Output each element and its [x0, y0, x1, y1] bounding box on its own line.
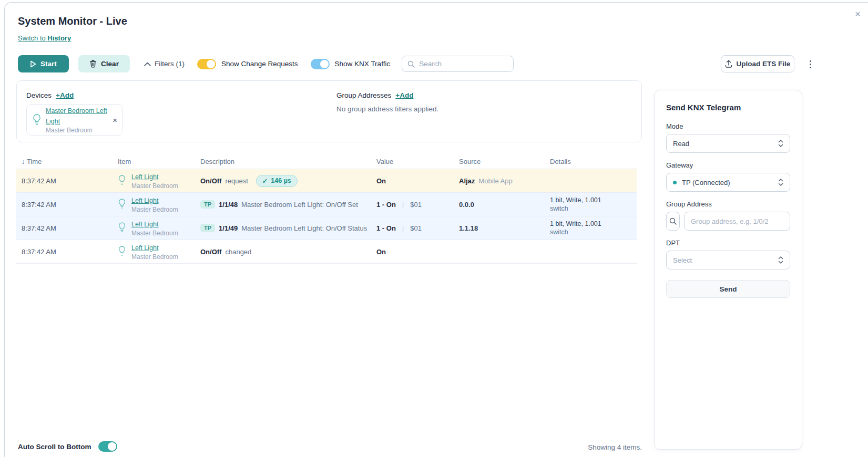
device-chip-name-link[interactable]: Master Bedroom Left Light	[46, 107, 107, 125]
event-value: 1 - On|$01	[371, 200, 454, 209]
auto-scroll-toggle[interactable]	[98, 441, 117, 452]
medium-badge: TP	[200, 200, 215, 209]
column-header-time[interactable]: ↓ Time	[16, 158, 113, 165]
group-address-label: Group Address	[666, 200, 790, 208]
table-row: 8:37:42 AM Left LightMaster Bedroom On/O…	[16, 240, 637, 264]
light-bulb-icon	[118, 245, 127, 258]
event-table: ↓ Time Item Description Value Source Det…	[16, 154, 637, 264]
group-addresses-label: Group Addresses	[336, 91, 391, 99]
event-time: 8:37:42 AM	[16, 248, 113, 256]
event-value: On	[376, 248, 386, 256]
group-address-search-button[interactable]	[666, 212, 680, 231]
item-room: Master Bedroom	[131, 182, 178, 190]
search-input[interactable]	[419, 60, 512, 68]
devices-add-link[interactable]: +Add	[56, 91, 74, 99]
event-item: Left LightMaster Bedroom	[113, 195, 195, 213]
send-knx-telegram-panel: Send KNX Telegram Mode Read Gateway TP (…	[654, 90, 802, 450]
toolbar: Start Clear Filters (1) Show Change Requ…	[18, 55, 514, 72]
devices-label: Devices	[26, 91, 52, 99]
item-room: Master Bedroom	[131, 206, 178, 213]
dpt-select[interactable]: Select	[666, 251, 790, 269]
item-name-link[interactable]: Left Light	[131, 197, 158, 204]
event-details: 1 bit, Write, 1.001switch	[545, 196, 637, 212]
event-time: 8:37:42 AM	[16, 201, 113, 209]
chevron-up-icon	[144, 62, 151, 66]
trash-icon	[89, 60, 97, 68]
column-header-item: Item	[113, 158, 195, 165]
toggle-knob	[320, 60, 329, 68]
system-monitor-modal: System Monitor - Live Switch to History …	[4, 2, 868, 457]
chevron-updown-icon	[778, 139, 783, 148]
group-addresses-add-link[interactable]: +Add	[395, 91, 413, 99]
item-room: Master Bedroom	[131, 230, 178, 237]
event-item: Left LightMaster Bedroom	[113, 219, 195, 237]
latency-badge: ✓146 µs	[256, 175, 298, 187]
mode-label: Mode	[666, 122, 790, 130]
group-address-input[interactable]	[684, 212, 790, 231]
table-row: 8:37:42 AM Left LightMaster Bedroom TP 1…	[16, 193, 637, 216]
event-source: 1.1.18	[459, 224, 478, 232]
event-time: 8:37:42 AM	[16, 224, 113, 232]
event-item: Left LightMaster Bedroom	[113, 243, 195, 261]
upload-icon	[725, 60, 732, 68]
chevron-updown-icon	[778, 256, 783, 264]
close-icon[interactable]: ×	[855, 9, 861, 19]
medium-badge: TP	[200, 224, 215, 232]
remove-device-filter-icon[interactable]: ×	[113, 116, 117, 124]
gateway-select[interactable]: TP (Connected)	[666, 173, 790, 192]
event-details: 1 bit, Write, 1.001switch	[545, 220, 637, 236]
item-name-link[interactable]: Left Light	[131, 173, 158, 181]
event-description: On/Off request ✓146 µs	[195, 175, 371, 187]
column-header-description: Description	[195, 158, 371, 165]
table-row: 8:37:42 AM Left LightMaster Bedroom TP 1…	[16, 216, 637, 240]
column-header-details: Details	[545, 158, 637, 165]
item-name-link[interactable]: Left Light	[131, 244, 158, 252]
page-title: System Monitor - Live	[18, 15, 127, 27]
light-bulb-icon	[118, 222, 127, 234]
table-header-row: ↓ Time Item Description Value Source Det…	[16, 154, 637, 169]
event-description: TP 1/1/48 Master Bedroom Left Light: On/…	[195, 200, 371, 209]
gateway-label: Gateway	[666, 161, 790, 169]
send-button[interactable]: Send	[666, 280, 790, 298]
event-description: On/Off changed	[195, 248, 371, 256]
search-icon	[669, 217, 677, 225]
sort-descending-icon: ↓	[22, 158, 25, 165]
group-addresses-empty-text: No group address filters applied.	[336, 105, 438, 113]
connected-status-dot	[673, 181, 677, 184]
mode-select[interactable]: Read	[666, 134, 790, 153]
chevron-updown-icon	[778, 178, 783, 186]
check-icon: ✓	[262, 177, 268, 185]
auto-scroll-label: Auto Scroll to Bottom	[18, 443, 91, 451]
switch-to-history-link[interactable]: Switch to History	[18, 34, 71, 42]
device-chip-room: Master Bedroom	[46, 127, 108, 134]
group-address: 1/1/49	[219, 224, 238, 232]
event-time: 8:37:42 AM	[16, 177, 113, 185]
toggle-knob	[207, 60, 215, 68]
item-name-link[interactable]: Left Light	[131, 221, 158, 228]
show-change-requests-toggle[interactable]	[197, 59, 216, 69]
more-options-icon[interactable]	[804, 57, 816, 71]
upload-ets-file-button[interactable]: Upload ETS File	[721, 55, 794, 72]
filters-toggle[interactable]: Filters (1)	[144, 60, 185, 68]
group-address: 1/1/48	[219, 201, 238, 209]
light-bulb-icon	[118, 198, 127, 211]
table-row: 8:37:42 AM Left LightMaster Bedroom On/O…	[16, 169, 637, 193]
clear-button[interactable]: Clear	[78, 55, 130, 72]
light-bulb-icon	[32, 113, 42, 126]
showing-items-text: Showing 4 items.	[542, 443, 642, 451]
event-item: Left LightMaster Bedroom	[113, 172, 195, 190]
show-change-requests-label: Show Change Requests	[221, 60, 298, 68]
toggle-knob	[108, 442, 116, 451]
show-knx-traffic-toggle[interactable]	[311, 59, 330, 69]
column-header-value: Value	[371, 158, 454, 165]
search-box	[402, 56, 514, 72]
column-header-source: Source	[454, 158, 545, 165]
item-room: Master Bedroom	[131, 253, 178, 261]
light-bulb-icon	[118, 174, 127, 187]
event-value: 1 - On|$01	[371, 223, 454, 233]
event-source: AljazMobile App	[454, 176, 545, 185]
device-filter-chip: Master Bedroom Left Light Master Bedroom…	[26, 104, 123, 136]
start-button[interactable]: Start	[18, 55, 69, 72]
event-description: TP 1/1/49 Master Bedroom Left Light: On/…	[195, 224, 371, 232]
event-source: 0.0.0	[459, 201, 474, 209]
